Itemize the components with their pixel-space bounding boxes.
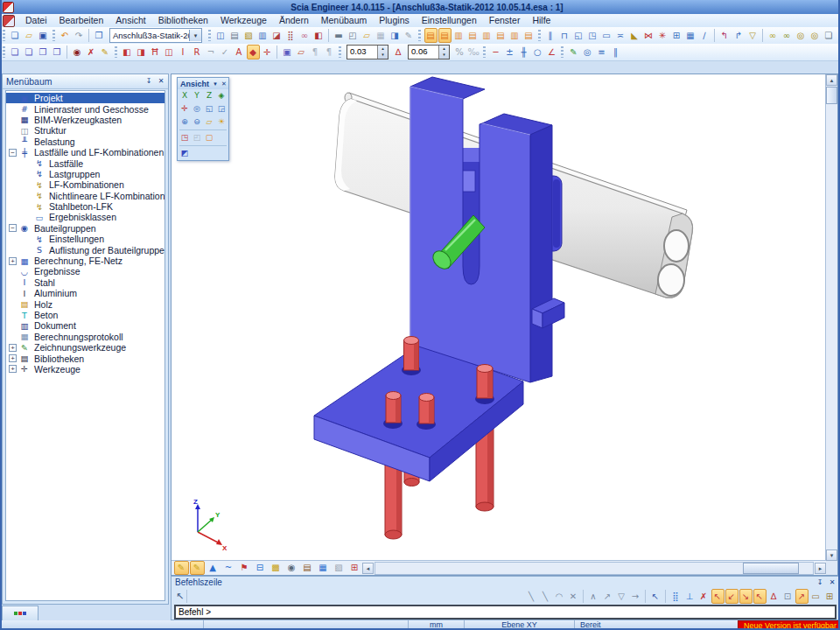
frames-icon[interactable]: ◧ (312, 28, 326, 43)
bim-exchange-icon[interactable]: ◫ (214, 28, 228, 43)
pin-icon[interactable]: ↧ (815, 578, 825, 588)
menu-tree-panel-header[interactable]: Menübaum ↧ ✕ (3, 74, 168, 89)
view-palette-header[interactable]: Ansicht ▾ ✕ (178, 78, 228, 89)
viewpoint-icon[interactable]: ▱ (203, 116, 215, 129)
tree-item-stahl[interactable]: IStahl (6, 277, 164, 288)
menu-item-aendern[interactable]: Ändern (273, 14, 315, 27)
horizontal-scrollbar-thumb[interactable] (743, 563, 799, 574)
tree-item-holz[interactable]: ▤Holz (6, 298, 164, 309)
zoom-all-icon[interactable]: ◎ (191, 102, 203, 116)
save-picture-icon[interactable]: ◳ (178, 131, 191, 144)
light-icon[interactable]: ☀ (215, 116, 228, 129)
tree-item-belastung[interactable]: ╨Belastung (6, 136, 164, 147)
collapse-box-icon[interactable]: − (9, 224, 17, 232)
scroll-left-icon[interactable]: ◂ (362, 563, 374, 574)
view-flag-2-icon[interactable]: ▤ (438, 28, 452, 43)
snap-intersect-icon[interactable]: ↘ (739, 589, 752, 604)
menu-item-fenster[interactable]: Fenster (483, 14, 527, 27)
line-icon[interactable]: ─ (489, 45, 502, 60)
column-icon[interactable]: ⊓ (558, 28, 571, 43)
snap-edge-icon[interactable]: ▭ (809, 589, 822, 604)
export-icon[interactable]: ▱ (360, 28, 374, 43)
beam-icon[interactable]: ∥ (544, 28, 557, 43)
member-frame-icon[interactable]: ◫ (163, 45, 176, 60)
view-flag-1-icon[interactable]: ▤ (424, 28, 438, 43)
project-combobox[interactable]: Anschluß3a-Statik-20: ▾ (109, 28, 202, 43)
close-project-icon[interactable]: ❐ (93, 28, 106, 43)
horizontal-scrollbar[interactable] (374, 562, 814, 575)
snap-division-icon[interactable]: ↗ (795, 589, 808, 604)
point-grid-icon[interactable]: ⣿ (284, 28, 298, 43)
menu-item-menuebaum[interactable]: Menübaum (315, 14, 374, 27)
member-h-icon[interactable]: Ħ (149, 45, 162, 60)
binoculars-icon[interactable]: ◎ (794, 28, 808, 43)
glasses-active-icon[interactable]: ∞ (780, 28, 794, 43)
connection-icon[interactable]: ⋈ (642, 28, 655, 43)
member-new-icon[interactable]: ◧ (121, 45, 134, 60)
render-icon[interactable]: ✎ (190, 561, 205, 575)
copy-attributes-1-icon[interactable]: ❏ (9, 45, 22, 60)
brush-folder-icon[interactable]: ▱ (295, 45, 308, 60)
database-icon[interactable]: ◨ (388, 28, 402, 43)
snap-angle-icon[interactable]: ∆ (392, 45, 405, 60)
angle-icon[interactable]: ∠ (545, 45, 558, 60)
tree-item-lastfaelle-und-lf-kombinationen[interactable]: −╪Lastfälle und LF-Kombinationen (6, 147, 164, 158)
zoom-page-icon[interactable]: ◎ (581, 45, 594, 60)
menu-item-datei[interactable]: Datei (19, 14, 53, 27)
menu-item-ansicht[interactable]: Ansicht (109, 14, 151, 27)
tree-item-zeichnungswerkzeuge[interactable]: +✎Zeichnungswerkzeuge (6, 342, 164, 353)
tree-item-bibliotheken[interactable]: +▤Bibliotheken (6, 353, 164, 363)
snap-free-icon[interactable]: → (629, 589, 642, 604)
tree-item-berechnung-fe-netz[interactable]: +▦Berechnung, FE-Netz (6, 256, 164, 266)
paste-icon[interactable]: ◪ (270, 28, 284, 43)
snap-reset-icon[interactable]: ✗ (697, 589, 710, 604)
view-flag-7-icon[interactable]: ▥ (508, 28, 522, 43)
expand-box-icon[interactable]: + (9, 344, 17, 352)
view-flag-8-icon[interactable]: ▤ (522, 28, 536, 43)
spinner-down-icon[interactable]: ▾ (378, 52, 388, 58)
cursor-track-icon[interactable]: ↖ (649, 589, 662, 604)
note-icon[interactable]: ✎ (99, 45, 112, 60)
view-y-icon[interactable]: Y (191, 89, 203, 102)
model-viewport[interactable]: Z Y X Ansicht ▾ ✕ XYZ◈ ✛◎◱◲ ⊕⊖▱☀ ◳◰▢ ◩ ▴… (171, 74, 838, 576)
plate-icon[interactable]: ◱ (572, 28, 585, 43)
tree-item-lastgruppen[interactable]: ↯Lastgruppen (6, 169, 164, 179)
menu-item-plugins[interactable]: Plugins (373, 14, 415, 27)
view-flag-3-icon[interactable]: ▥ (452, 28, 466, 43)
view-67b-icon[interactable]: ¶ (323, 45, 336, 60)
wireframe-icon[interactable]: ✎ (174, 561, 189, 575)
expand-box-icon[interactable]: + (9, 257, 17, 265)
scroll-up-icon[interactable]: ▴ (826, 74, 837, 86)
close-icon[interactable]: ✕ (827, 578, 837, 588)
app-menu-icon[interactable] (3, 15, 15, 27)
wall-icon[interactable]: ◳ (586, 28, 599, 43)
circle-icon[interactable]: ○ (531, 45, 544, 60)
select-cursor-icon[interactable]: ↰ (718, 28, 732, 43)
toolbar-grip[interactable] (52, 30, 55, 41)
save-icon[interactable]: ▣ (37, 28, 50, 43)
section-bb-icon[interactable]: ‖ (609, 45, 622, 60)
catalog-block-icon[interactable]: ⊞ (670, 28, 683, 43)
ortho-icon[interactable]: ⊥ (683, 589, 696, 604)
opening-icon[interactable]: ▭ (600, 28, 613, 43)
toolbar-grip[interactable] (208, 30, 211, 41)
snap-line-2-icon[interactable]: ╲ (539, 589, 552, 604)
brush-icon[interactable]: ✗ (85, 45, 98, 60)
tree-item-aluminium[interactable]: IAluminium (6, 288, 164, 298)
grid-snap-icon[interactable]: ⣿ (669, 589, 682, 604)
parallel-icon[interactable]: ╫ (517, 45, 530, 60)
zoom-out-icon[interactable]: ⊖ (191, 116, 203, 129)
gallery-icon[interactable]: ▤ (228, 28, 242, 43)
toolbar-grip[interactable] (339, 46, 341, 58)
paste-visibility-icon[interactable]: ❐ (836, 28, 840, 43)
snap-endpoint-icon[interactable]: ↖ (711, 589, 724, 604)
toolbar-grip[interactable] (3, 30, 5, 41)
tree-item-beton[interactable]: TBeton (6, 310, 164, 320)
close-icon[interactable]: ✕ (220, 80, 228, 88)
close-icon[interactable]: ✕ (156, 76, 166, 87)
snap-line-1-icon[interactable]: ╲ (525, 589, 538, 604)
view-67a-icon[interactable]: ¶ (309, 45, 322, 60)
tree-item-struktur[interactable]: ◫Struktur (6, 125, 164, 136)
clip-box-icon[interactable]: ▢ (203, 131, 215, 144)
surface-icon[interactable]: ▲ (206, 561, 220, 575)
